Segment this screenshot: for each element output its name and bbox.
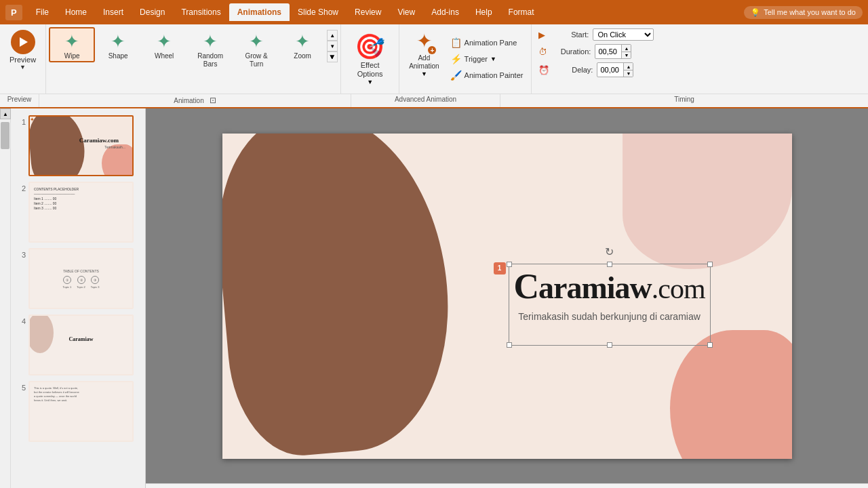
effect-options-section: 🎯 EffectOptions ▼ — [341, 24, 399, 94]
delay-row: ⏰ Delay: ▲ ▼ — [538, 62, 654, 77]
slide-num-2: 2 — [15, 182, 26, 192]
wipe-label: Wipe — [64, 52, 80, 60]
effect-options-button[interactable]: 🎯 EffectOptions ▼ — [348, 28, 392, 89]
trigger-button[interactable]: ⚡ Trigger ▼ — [448, 52, 526, 66]
animation-badge: 1 — [494, 262, 506, 274]
delay-up[interactable]: ▲ — [623, 63, 633, 70]
tab-review[interactable]: Review — [347, 3, 389, 21]
scroll-up-button[interactable]: ▲ — [327, 30, 338, 41]
rotate-handle[interactable]: ↻ — [605, 245, 614, 258]
slide-thumb-4: Caramiaw — [28, 314, 134, 375]
preview-button[interactable]: Preview ▼ — [4, 27, 41, 73]
anim-shape[interactable]: ✦ Shape — [95, 27, 141, 62]
delay-down[interactable]: ▼ — [623, 70, 633, 77]
grow-turn-label: Grow &Turn — [245, 52, 267, 68]
delay-label: Delay: — [553, 66, 593, 74]
handle-tl[interactable] — [507, 262, 512, 267]
random-bars-icon: ✦ — [203, 31, 218, 52]
handle-tc[interactable] — [607, 262, 612, 267]
anim-random-bars[interactable]: ✦ RandomBars — [187, 27, 233, 71]
slide-item-4[interactable]: 4 Caramiaw — [14, 313, 142, 377]
grow-turn-icon: ✦ — [249, 31, 264, 52]
effect-options-icon: 🎯 — [355, 33, 385, 61]
wheel-label: Wheel — [155, 52, 174, 60]
slide-item-1[interactable]: 1 Caramiaw.com Terimakasih... ✦ — [14, 114, 142, 178]
animation-items-row: ✦ Wipe ✦ Shape ✦ Wheel ✦ RandomBars — [49, 27, 338, 71]
scroll-more-button[interactable]: ⯆ — [327, 52, 338, 62]
tab-view[interactable]: View — [389, 3, 423, 21]
slide-canvas-area: ↻ 1 Caramiaw.com — [146, 108, 868, 488]
slide-list: 1 Caramiaw.com Terimakasih... ✦ 2 — [11, 108, 145, 488]
delay-input[interactable] — [597, 65, 623, 75]
animation-expand-button[interactable]: ⊡ — [210, 96, 216, 105]
label-animation: Animation ⊡ — [39, 94, 351, 107]
advanced-items: 📋 Animation Pane ⚡ Trigger ▼ 🖌️ Animatio… — [448, 27, 526, 91]
start-icon: ▶ — [538, 30, 545, 40]
preview-section: Preview ▼ — [0, 24, 46, 94]
tab-design[interactable]: Design — [132, 3, 173, 21]
animation-pane-button[interactable]: 📋 Animation Pane — [448, 36, 526, 49]
tell-me-box[interactable]: 💡 Tell me what you want to do — [744, 6, 863, 19]
animation-pane-icon: 📋 — [450, 37, 462, 48]
anim-wipe[interactable]: ✦ Wipe — [49, 27, 95, 62]
panel-scroll-up[interactable]: ▲ — [0, 108, 11, 119]
animation-painter-icon: 🖌️ — [450, 70, 462, 81]
anim-zoom[interactable]: ✦ Zoom — [279, 27, 326, 62]
ribbon-section-labels: Preview Animation ⊡ Advanced Animation T… — [0, 94, 868, 107]
main-area: ▲ ▼ 1 Caramiaw.com Terimakasih... — [0, 108, 868, 488]
wheel-icon: ✦ — [157, 31, 172, 52]
random-bars-label: RandomBars — [197, 52, 223, 68]
start-select[interactable]: On Click — [593, 28, 654, 41]
tab-format[interactable]: Format — [500, 3, 542, 21]
slide-num-3: 3 — [15, 248, 26, 259]
slide-canvas[interactable]: ↻ 1 Caramiaw.com — [222, 134, 792, 459]
add-animation-button[interactable]: ✦ + AddAnimation ▼ — [405, 27, 443, 91]
tab-help[interactable]: Help — [467, 3, 500, 21]
scroll-down-button[interactable]: ▼ — [327, 41, 338, 52]
animation-pane-label: Animation Pane — [465, 39, 517, 47]
label-preview: Preview — [0, 94, 39, 107]
slide-thumb-1-wrap: Caramiaw.com Terimakasih... ✦ — [28, 115, 134, 176]
duration-input[interactable] — [595, 47, 621, 56]
notes-bar[interactable]: Click to add notes — [146, 483, 868, 488]
slide-panel: ▲ ▼ 1 Caramiaw.com Terimakasih... — [0, 108, 146, 488]
anim-grow-turn[interactable]: ✦ Grow &Turn — [233, 27, 279, 71]
tab-insert[interactable]: Insert — [95, 3, 132, 21]
duration-down[interactable]: ▼ — [621, 52, 631, 58]
trigger-arrow: ▼ — [490, 56, 496, 62]
slide-item-5[interactable]: 5 This is a quote. Well, it's not a quot… — [14, 380, 142, 443]
app-icon[interactable]: P — [5, 5, 22, 20]
tell-me-text: Tell me what you want to do — [764, 8, 856, 16]
ribbon: Preview ▼ ✦ Wipe ✦ Shape ✦ Whe — [0, 24, 868, 108]
title-c-letter: C — [514, 267, 539, 306]
slide-num-4: 4 — [15, 314, 26, 325]
canvas-wrapper: ↻ 1 Caramiaw.com — [146, 108, 868, 483]
handle-bl[interactable] — [507, 342, 512, 348]
animation-gallery: ✦ Wipe ✦ Shape ✦ Wheel ✦ RandomBars — [46, 24, 341, 94]
text-element[interactable]: ↻ 1 Caramiaw.com — [514, 269, 705, 322]
animation-painter-button[interactable]: 🖌️ Animation Painter — [448, 68, 526, 82]
panel-scroll-thumb[interactable] — [1, 122, 9, 149]
preview-icon — [11, 30, 35, 54]
anim-wheel[interactable]: ✦ Wheel — [141, 27, 187, 62]
slide-item-3[interactable]: 3 TABLE OF CONTENTS ①Topic 1 ②Topic 2 ③T… — [14, 247, 142, 310]
effect-options-arrow: ▼ — [367, 79, 373, 85]
tab-animations[interactable]: Animations — [229, 3, 290, 21]
tab-home[interactable]: Home — [57, 3, 95, 21]
tab-transitions[interactable]: Transitions — [173, 3, 229, 21]
trigger-label: Trigger — [465, 55, 488, 63]
slide-num-5: 5 — [15, 381, 26, 392]
bg-shape-salmon — [670, 330, 792, 459]
duration-up[interactable]: ▲ — [621, 45, 631, 52]
handle-bc[interactable] — [607, 342, 612, 348]
tab-addins[interactable]: Add-ins — [423, 3, 467, 21]
advanced-animation-section: ✦ + AddAnimation ▼ 📋 Animation Pane ⚡ Tr… — [399, 24, 532, 94]
duration-spin: ▲ ▼ — [621, 45, 631, 58]
duration-field: ▲ ▼ — [595, 44, 631, 59]
effect-options-label: EffectOptions — [357, 61, 383, 79]
start-row: ▶ Start: On Click — [538, 28, 654, 41]
tab-file[interactable]: File — [28, 3, 57, 21]
tab-slideshow[interactable]: Slide Show — [290, 3, 347, 21]
title-rest: aramiaw — [538, 270, 652, 305]
slide-item-2[interactable]: 2 CONTENTS PLACEHOLDER─────────────────I… — [14, 180, 142, 244]
